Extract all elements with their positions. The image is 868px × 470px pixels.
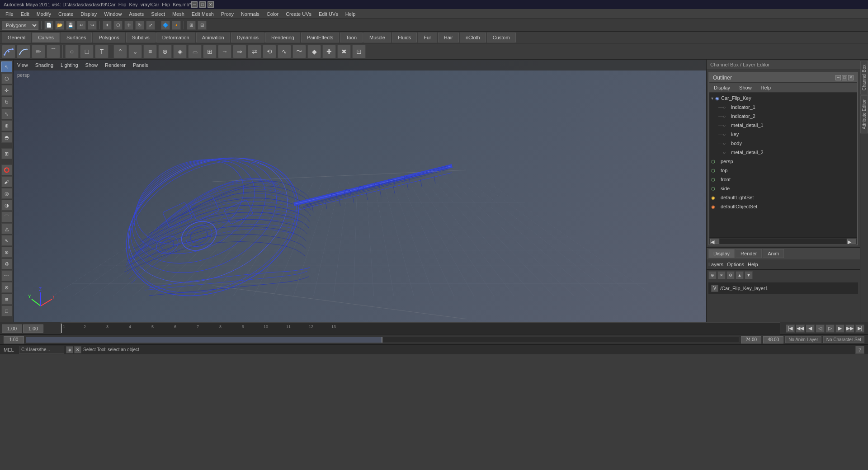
- outliner-menu-display[interactable]: Display: [711, 84, 733, 91]
- right-tab-anim[interactable]: Anim: [763, 249, 784, 258]
- outliner-maximize[interactable]: □: [842, 75, 847, 80]
- shelf-open-close-curves[interactable]: ⊕: [158, 45, 172, 58]
- shelf-circle[interactable]: ○: [65, 45, 79, 58]
- menu-display[interactable]: Display: [77, 10, 100, 18]
- move-tool[interactable]: ✛: [1, 85, 12, 96]
- play-back-button[interactable]: ◁: [816, 324, 825, 333]
- wireframe-tool[interactable]: ⊗: [1, 282, 12, 293]
- tab-deformation[interactable]: Deformation: [156, 33, 195, 42]
- outliner-item-indicator1[interactable]: —○ indicator_1: [709, 103, 857, 112]
- hide-ui-icon[interactable]: ⊟: [198, 21, 207, 30]
- wave-tool[interactable]: 〰: [1, 270, 12, 281]
- help-tab[interactable]: Help: [748, 262, 758, 267]
- move-icon[interactable]: ✛: [124, 21, 133, 30]
- tab-toon[interactable]: Toon: [340, 33, 363, 42]
- redo-icon[interactable]: ↪: [88, 21, 97, 30]
- goto-start-button[interactable]: |◀: [786, 324, 795, 333]
- outliner-item-car-flip-key[interactable]: ▾ ◉ Car_Flip_Key: [709, 94, 857, 103]
- lasso-tool[interactable]: ⭕: [1, 164, 12, 175]
- anim-layer-label[interactable]: No Anim Layer: [785, 336, 821, 343]
- wrinkle-tool[interactable]: ≋: [1, 294, 12, 305]
- tab-painteffects[interactable]: PaintEffects: [301, 33, 340, 42]
- shelf-pencil-curve[interactable]: ✏: [32, 45, 45, 58]
- ipr-icon[interactable]: 🔸: [172, 21, 181, 30]
- outliner-item-body[interactable]: —○ body: [709, 139, 857, 148]
- sine-tool[interactable]: ∿: [1, 235, 12, 246]
- timeline-track[interactable]: 1 2 3 4 5 6 7 8 9 10 11 12 13: [61, 322, 780, 334]
- tab-ncloth[interactable]: nCloth: [460, 33, 486, 42]
- bend-tool[interactable]: ⌒: [1, 212, 12, 222]
- show-ui-icon[interactable]: ⊞: [187, 21, 196, 30]
- tab-general[interactable]: General: [2, 33, 31, 42]
- menu-file[interactable]: File: [2, 10, 17, 18]
- outliner-menu-show[interactable]: Show: [736, 84, 755, 91]
- undo-icon[interactable]: ↩: [77, 21, 86, 30]
- outliner-item-front[interactable]: ⬡ front: [709, 175, 857, 184]
- viewport-menu-lighting[interactable]: Lighting: [61, 62, 78, 68]
- layer-options-icon[interactable]: ⚙: [726, 271, 735, 279]
- shelf-attach-curves[interactable]: ⌃: [113, 45, 127, 58]
- menu-create[interactable]: Create: [55, 10, 77, 18]
- outline-tool[interactable]: □: [1, 306, 12, 316]
- scroll-track[interactable]: [720, 239, 846, 244]
- prev-keyframe-button[interactable]: ◀◀: [796, 324, 805, 333]
- options-tab[interactable]: Options: [727, 262, 744, 267]
- channel-box-tab[interactable]: Channel Box: [860, 61, 868, 94]
- tab-hair[interactable]: Hair: [438, 33, 459, 42]
- outliner-menu-help[interactable]: Help: [758, 84, 774, 91]
- tab-dynamics[interactable]: Dynamics: [231, 33, 264, 42]
- outliner-item-persp[interactable]: ⬡ persp: [709, 157, 857, 166]
- scale-icon[interactable]: ⤢: [146, 21, 155, 30]
- shelf-insert-knot[interactable]: ⊞: [203, 45, 217, 58]
- save-scene-icon[interactable]: 💾: [66, 21, 75, 30]
- outliner-item-key[interactable]: —○ key: [709, 130, 857, 139]
- outliner-item-metal-detail1[interactable]: —○ metal_detail_1: [709, 121, 857, 130]
- attribute-editor-tab[interactable]: Attribute Editor: [860, 95, 868, 133]
- shelf-cv-curve[interactable]: [2, 45, 15, 58]
- menu-select[interactable]: Select: [147, 10, 169, 18]
- shelf-text[interactable]: T: [95, 45, 108, 58]
- tab-custom[interactable]: Custom: [487, 33, 516, 42]
- minimize-button[interactable]: ─: [191, 1, 198, 8]
- help-line-icon[interactable]: ?: [855, 346, 864, 354]
- timeline-start-input[interactable]: [2, 324, 22, 333]
- menu-modify[interactable]: Modify: [33, 10, 55, 18]
- menu-color[interactable]: Color: [263, 10, 282, 18]
- menu-edit-uvs[interactable]: Edit UVs: [315, 10, 342, 18]
- goto-end-button[interactable]: ▶|: [855, 324, 864, 333]
- range-max-input[interactable]: [763, 336, 783, 343]
- select-tool[interactable]: ↖: [1, 61, 12, 72]
- shelf-curve-fillet[interactable]: ⌓: [188, 45, 202, 58]
- play-forward-button[interactable]: ▷: [826, 324, 835, 333]
- tab-curves[interactable]: Curves: [32, 33, 60, 42]
- tab-animation[interactable]: Animation: [196, 33, 230, 42]
- soft-mod[interactable]: ◓: [1, 132, 12, 143]
- outliner-item-indicator2[interactable]: —○ indicator_2: [709, 112, 857, 121]
- layer-down-icon[interactable]: ▼: [745, 271, 753, 279]
- outliner-item-default-light-set[interactable]: ◉ defaultLightSet: [709, 193, 857, 202]
- outliner-item-metal-detail2[interactable]: —○ metal_detail_2: [709, 148, 857, 157]
- prev-frame-button[interactable]: ◀: [806, 324, 815, 333]
- paint-ops-tool[interactable]: 🖌: [1, 176, 12, 187]
- outliner-item-side[interactable]: ⬡ side: [709, 184, 857, 193]
- menu-window[interactable]: Window: [100, 10, 125, 18]
- shelf-add-pts[interactable]: ✚: [322, 45, 336, 58]
- menu-mesh[interactable]: Mesh: [169, 10, 188, 18]
- layer-row[interactable]: V /Car_Flip_Key_layer1: [709, 283, 857, 293]
- flare-tool[interactable]: ◬: [1, 223, 12, 234]
- layer-up-icon[interactable]: ▲: [736, 271, 744, 279]
- next-frame-button[interactable]: ▶: [835, 324, 844, 333]
- twist-tool[interactable]: ♻: [1, 258, 12, 269]
- range-bar[interactable]: [26, 337, 739, 343]
- scroll-right-btn[interactable]: ▶: [847, 239, 856, 244]
- shelf-fit-bspline[interactable]: ∿: [278, 45, 291, 58]
- tab-fluids[interactable]: Fluids: [392, 33, 417, 42]
- shelf-extend-curves[interactable]: →: [218, 45, 231, 58]
- scroll-left-btn[interactable]: ◀: [710, 239, 719, 244]
- shelf-copy-curve-params[interactable]: ⊡: [352, 45, 366, 58]
- shelf-square[interactable]: □: [80, 45, 94, 58]
- rotate-icon[interactable]: ↻: [135, 21, 144, 30]
- right-tab-render[interactable]: Render: [736, 249, 762, 258]
- layer-visibility[interactable]: V: [711, 285, 718, 292]
- layers-tab[interactable]: Layers: [708, 262, 723, 267]
